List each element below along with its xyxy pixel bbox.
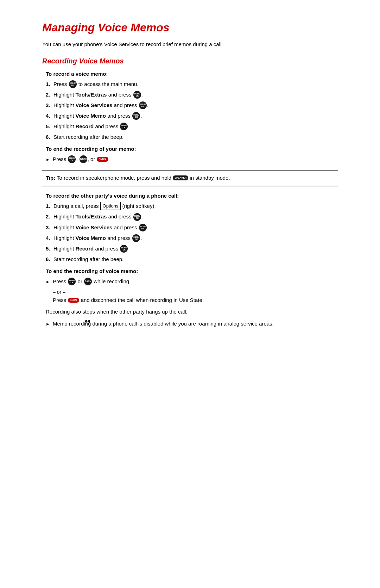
press-endio-line: Press END/■ and disconnect the call when… xyxy=(53,296,338,304)
back-icon-1: BACK xyxy=(80,155,87,163)
subsection1-label: To record a voice memo: xyxy=(46,71,338,77)
menu-ok-icon-4: MENUOK xyxy=(132,112,140,120)
menu-ok-icon-6: MENUOK xyxy=(68,155,76,163)
page-number: 86 xyxy=(84,318,90,324)
menu-ok-icon-2: MENUOK xyxy=(133,91,141,99)
step-2-4: 4. Highlight Voice Memo and press MENUOK… xyxy=(42,234,338,242)
step-2-1: 1. During a call, press Options (right s… xyxy=(42,202,338,211)
bullet-item-1: ► Press MENUOK, BACK, or END/■. xyxy=(42,155,338,163)
step-1-6: 6. Start recording after the beep. xyxy=(42,133,338,141)
step-1-5: 5. Highlight Record and press MENUOK. xyxy=(42,123,338,131)
subsection3-label: To record the other party's voice during… xyxy=(46,193,338,199)
menu-ok-icon-10: MENUOK xyxy=(120,245,128,253)
menu-ok-icon-1: MENUOK xyxy=(69,80,77,88)
end-icon-2: END/■ xyxy=(68,298,80,303)
subsection2-label: To end the recording of your memo: xyxy=(46,146,338,152)
bullet-item-2: ► Press MENUOK or BACK while recording. xyxy=(42,278,338,286)
speaker-icon: SPEAKER xyxy=(173,175,188,181)
steps-list-2: 1. During a call, press Options (right s… xyxy=(42,202,338,263)
step-2-3: 3. Highlight Voice Services and press ME… xyxy=(42,224,338,232)
bullet-list-1: ► Press MENUOK, BACK, or END/■. xyxy=(42,155,338,163)
menu-ok-icon-3: MENUOK xyxy=(139,101,147,109)
intro-text: You can use your phone's Voice Services … xyxy=(42,41,338,49)
bullet-arrow-3: ► xyxy=(46,321,50,327)
options-button: Options xyxy=(100,202,121,210)
bullet-list-2: ► Press MENUOK or BACK while recording. xyxy=(42,278,338,286)
bullet-arrow-1: ► xyxy=(46,156,50,163)
tip-label: Tip: xyxy=(46,175,55,181)
menu-ok-icon-9: MENUOK xyxy=(132,234,140,242)
step-1-1: 1. Press MENUOK to access the main menu. xyxy=(42,80,338,88)
step-2-2: 2. Highlight Tools/Extras and press MENU… xyxy=(42,213,338,221)
page-title: Managing Voice Memos xyxy=(42,21,338,34)
subsection4-label: To end the recording of voice memo: xyxy=(46,268,338,274)
steps-list-1: 1. Press MENUOK to access the main menu.… xyxy=(42,80,338,141)
menu-ok-icon-7: MENUOK xyxy=(133,213,141,221)
step-2-5: 5. Highlight Record and press MENUOK. xyxy=(42,245,338,253)
back-icon-2: BACK xyxy=(84,278,92,285)
bullet-arrow-2: ► xyxy=(46,279,50,285)
section-title: Recording Voice Memos xyxy=(42,57,338,65)
step-1-3: 3. Highlight Voice Services and press ME… xyxy=(42,101,338,110)
menu-ok-icon-8: MENUOK xyxy=(139,224,147,231)
step-2-6: 6. Start recording after the beep. xyxy=(42,255,338,264)
menu-ok-icon-5: MENUOK xyxy=(120,123,128,130)
end-icon-1: END/■ xyxy=(97,157,108,162)
tip-box: Tip: To record in speakerphone mode, pre… xyxy=(42,170,338,186)
recording-stops-text: Recording also stops when the other part… xyxy=(46,308,334,316)
menu-ok-icon-11: MENUOK xyxy=(68,278,76,285)
or-line: – or – xyxy=(53,289,338,295)
step-1-4: 4. Highlight Voice Memo and press MENUOK… xyxy=(42,112,338,120)
step-1-2: 2. Highlight Tools/Extras and press MENU… xyxy=(42,91,338,99)
